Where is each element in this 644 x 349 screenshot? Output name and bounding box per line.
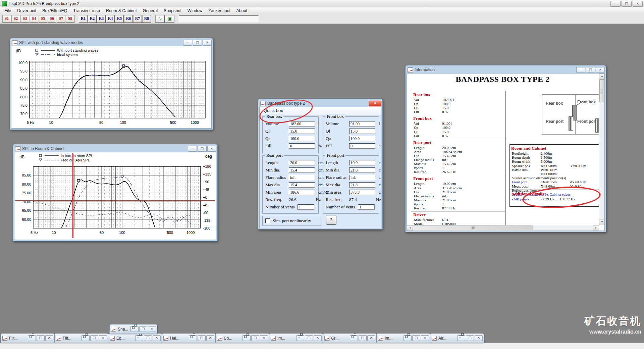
field-input-flare-radius[interactable]: inf. xyxy=(289,175,315,180)
maximize-button[interactable]: □ xyxy=(37,335,45,341)
minus3db-label[interactable]: -3dB points: xyxy=(512,197,541,201)
taskbar-item-1[interactable]: Filt...□✕ xyxy=(54,333,108,343)
restore-button[interactable] xyxy=(243,335,251,341)
restore-button[interactable] xyxy=(82,335,90,341)
toolbar-r4-button[interactable]: R4 xyxy=(106,15,115,23)
close-button[interactable]: ✕ xyxy=(203,40,212,46)
scroll-right-arrow[interactable]: ► xyxy=(593,225,599,231)
close-button[interactable]: ✕ xyxy=(475,335,483,341)
maximize-button[interactable]: □ xyxy=(198,335,206,341)
restore-button[interactable] xyxy=(130,326,139,332)
toolbar-r8-button[interactable]: R8 xyxy=(142,15,151,23)
menu-room-cabinet[interactable]: Room & Cabinet xyxy=(103,8,140,14)
scroll-down-arrow[interactable]: ▼ xyxy=(599,219,605,225)
close-button[interactable]: ✕ xyxy=(367,335,375,341)
room-label[interactable]: Front port xyxy=(512,180,541,184)
close-button[interactable]: ✕ xyxy=(369,101,381,106)
maximize-button[interactable]: □ xyxy=(359,335,367,341)
vertical-scroll-thumb[interactable] xyxy=(599,80,604,102)
field-input-min-area[interactable]: 186.6 xyxy=(289,190,315,195)
taskbar-item-snapshot[interactable]: Sna...□✕ xyxy=(109,324,157,334)
minimize-button[interactable]: — xyxy=(188,146,197,152)
maximize-button[interactable]: □ xyxy=(466,335,474,341)
menu-about[interactable]: About xyxy=(233,8,251,14)
vertical-scrollbar[interactable]: ▲ ▼ xyxy=(599,73,604,225)
minimize-button[interactable]: — xyxy=(610,1,621,7)
restore-button[interactable] xyxy=(189,335,197,341)
restore-button[interactable] xyxy=(404,335,412,341)
toolbar-s8-button[interactable]: S8 xyxy=(66,15,74,23)
restore-button[interactable] xyxy=(296,335,304,341)
maximize-button[interactable]: □ xyxy=(305,335,313,341)
toolbar-r3-button[interactable]: R3 xyxy=(97,15,106,23)
field-input-volume[interactable]: 182.00 xyxy=(289,121,315,127)
field-input-length[interactable]: 10.0 xyxy=(349,160,375,165)
taskbar-item-2[interactable]: Eq...□✕ xyxy=(108,333,162,343)
field-input-max-dia-[interactable]: 21.8 xyxy=(349,182,375,188)
maximize-button[interactable]: □ xyxy=(412,335,420,341)
field-input-flare-radius[interactable]: inf. xyxy=(349,175,375,180)
taskbar-item-6[interactable]: Gr...□✕ xyxy=(323,333,377,343)
menu-general[interactable]: General xyxy=(140,8,161,14)
maximize-button[interactable]: □ xyxy=(586,67,595,73)
minimize-button[interactable]: — xyxy=(183,40,192,46)
close-button[interactable]: ✕ xyxy=(206,335,214,341)
spl-port-chart[interactable]: 100.095.090.085.080.075.070.05 Hz1050100… xyxy=(11,46,211,128)
menu-driver-unit[interactable]: Driver unit xyxy=(14,8,39,14)
help-button[interactable]: ? xyxy=(326,215,336,225)
menu-yankee-tool[interactable]: Yankee tool xyxy=(205,8,233,14)
field-input-max-dia-[interactable]: 15.4 xyxy=(289,182,315,188)
maximize-button[interactable]: □ xyxy=(144,335,152,341)
toolbar-r5-button[interactable]: R5 xyxy=(115,15,124,23)
restore-button[interactable] xyxy=(457,335,465,341)
bandpass-dialog-titlebar[interactable]: Bandpass box type 2 ✕ xyxy=(258,99,382,107)
close-button[interactable]: ✕ xyxy=(260,335,268,341)
field-input-min-dia-[interactable]: 21.8 xyxy=(349,167,375,173)
spl-room-chart[interactable]: 85.0080.0075.0070.0065.0060.00+180+135+9… xyxy=(14,152,215,239)
menu-file[interactable]: File xyxy=(1,8,14,14)
field-input-volume[interactable]: 91.00 xyxy=(349,121,375,127)
restore-button[interactable] xyxy=(135,335,143,341)
field-input-ql[interactable]: 15.0 xyxy=(349,129,375,134)
field-input-number-of-vents[interactable]: 1 xyxy=(358,204,375,210)
maximize-button[interactable]: □ xyxy=(139,326,147,332)
field-input-min-dia-[interactable]: 15.4 xyxy=(289,167,315,173)
waveform-tool-icon[interactable]: ∿ xyxy=(155,15,165,23)
scroll-up-arrow[interactable]: ▲ xyxy=(599,73,605,80)
field-input-number-of-vents[interactable]: 1 xyxy=(298,204,314,210)
taskbar-item-8[interactable]: Air...□✕ xyxy=(430,333,484,343)
horizontal-scrollbar[interactable]: ◄ ► xyxy=(407,225,599,231)
toolbar-s5-button[interactable]: S5 xyxy=(39,15,47,23)
taskbar-item-0[interactable]: Filt...□✕ xyxy=(1,333,55,343)
close-button[interactable]: ✕ xyxy=(314,335,322,341)
window-tool-icon[interactable]: ▣ xyxy=(165,15,174,23)
maximize-button[interactable]: □ xyxy=(622,1,632,7)
maximize-button[interactable]: □ xyxy=(193,40,202,46)
maximize-button[interactable]: □ xyxy=(198,146,207,152)
close-button[interactable]: ✕ xyxy=(45,335,53,341)
menu-snapshot[interactable]: Snapshot xyxy=(161,8,184,14)
menu-transient-resp[interactable]: Transient resp xyxy=(70,8,103,14)
taskbar-item-4[interactable]: Co...□✕ xyxy=(215,333,269,343)
toolbar-s2-button[interactable]: S2 xyxy=(11,15,20,23)
information-titlebar[interactable]: Information — □ ✕ xyxy=(406,65,606,73)
field-input-length[interactable]: 20.0 xyxy=(289,160,315,165)
close-button[interactable]: ✕ xyxy=(596,67,605,73)
menu-window[interactable]: Window xyxy=(184,8,205,14)
maximize-button[interactable]: □ xyxy=(90,335,98,341)
toolbar-s6-button[interactable]: S6 xyxy=(48,15,56,23)
close-button[interactable]: ✕ xyxy=(421,335,429,341)
sim-port-nonlinearity-checkbox[interactable] xyxy=(265,218,270,223)
close-button[interactable]: ✕ xyxy=(153,335,161,341)
toolbar-r2-button[interactable]: R2 xyxy=(88,15,97,23)
field-input-ql[interactable]: 15.0 xyxy=(289,129,315,134)
toolbar-r1-button[interactable]: R1 xyxy=(79,15,88,23)
taskbar-item-7[interactable]: Im...□✕ xyxy=(376,333,430,343)
toolbar-s4-button[interactable]: S4 xyxy=(30,15,38,23)
taskbar-item-5[interactable]: Im...□✕ xyxy=(269,333,323,343)
horizontal-scroll-thumb[interactable] xyxy=(413,226,533,230)
spl-port-titlebar[interactable]: SPL with port standing wave modes — □ ✕ xyxy=(10,38,213,46)
field-input-min-area[interactable]: 373.3 xyxy=(349,190,375,195)
field-input-qa[interactable]: 100.0 xyxy=(289,136,315,141)
toolbar-s7-button[interactable]: S7 xyxy=(57,15,65,23)
